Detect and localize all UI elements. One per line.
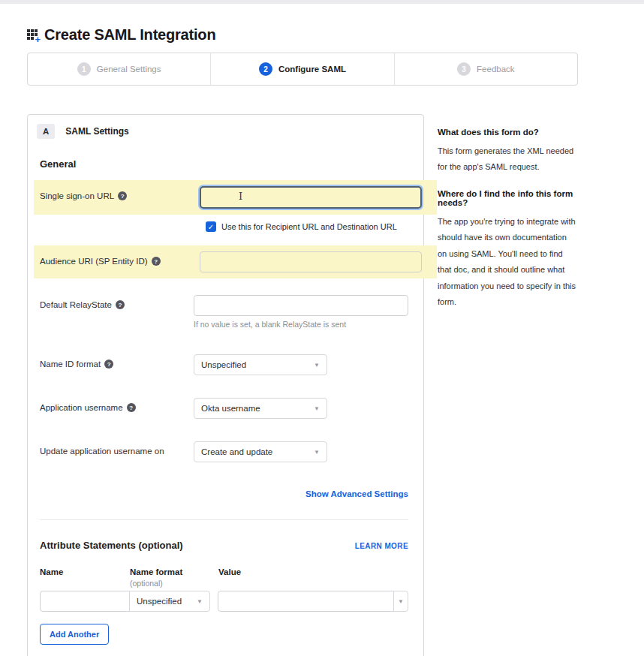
col-value: Value [218,567,408,588]
help-icon[interactable]: ? [118,191,127,200]
relay-state-input[interactable] [194,295,408,316]
help-icon[interactable]: ? [116,300,125,309]
help-icon[interactable]: ? [104,360,113,369]
window-top-strip [0,0,644,4]
attr-value-dropdown-button[interactable]: ▼ [393,591,408,612]
help-question-1: What does this form do? [438,128,578,137]
relay-state-label: Default RelayState ? [40,295,194,309]
name-id-format-select[interactable]: Unspecified ▼ [194,354,327,375]
sso-url-label: Single sign-on URL ? [40,186,200,200]
update-username-row: Update application username on Create an… [28,437,423,467]
application-username-label: Application username ? [40,398,194,412]
attribute-columns: Name Name format (optional) Value [28,567,423,588]
section-a-badge: A [37,124,55,139]
audience-uri-label: Audience URI (SP Entity ID) ? [40,251,200,266]
help-icon[interactable]: ? [127,403,136,412]
attr-value-input[interactable] [218,591,394,612]
app-grid-add-icon: + [27,29,41,42]
col-name-format: Name format (optional) [130,567,218,588]
sso-url-row: Single sign-on URL ? I [34,180,437,215]
panel-title: SAML Settings [65,126,128,137]
page-header: + Create SAML Integration [27,26,578,44]
attribute-statements-heading: Attribute Statements (optional) [40,540,183,551]
chevron-down-icon: ▼ [314,449,320,456]
attr-name-input[interactable] [40,591,130,612]
relay-state-hint: If no value is set, a blank RelayState i… [194,320,408,329]
chevron-down-icon: ▼ [398,598,404,605]
step-2-badge: 2 [259,62,272,76]
help-answer-1: This form generates the XML needed for t… [438,143,578,176]
checkbox-checked-icon[interactable]: ✓ [206,221,216,232]
add-another-button[interactable]: Add Another [40,624,109,645]
help-answer-2: The app you're trying to integrate with … [438,214,578,311]
saml-settings-panel: A SAML Settings General Single sign-on U… [27,114,424,656]
step-3-badge: 3 [457,62,471,76]
help-icon[interactable]: ? [152,257,161,266]
recipient-url-checkbox-row: ✓ Use this for Recipient URL and Destina… [28,215,423,233]
sso-url-input[interactable] [200,186,422,209]
step-3-label: Feedback [477,65,515,74]
application-username-row: Application username ? Okta username ▼ [28,393,423,423]
step-feedback[interactable]: 3 Feedback [394,53,577,85]
panel-header: A SAML Settings [28,122,423,139]
attr-name-format-select[interactable]: Unspecified ▼ [129,591,210,612]
chevron-down-icon: ▼ [314,405,320,412]
show-advanced-settings-link[interactable]: Show Advanced Settings [305,489,408,498]
audience-uri-row: Audience URI (SP Entity ID) ? [34,245,437,278]
page: + Create SAML Integration 1 General Sett… [27,26,578,656]
attribute-row: Unspecified ▼ ▼ [28,591,423,612]
update-username-label: Update application username on [40,441,194,456]
help-question-2: Where do I find the info this form needs… [438,189,578,207]
chevron-down-icon: ▼ [197,598,203,605]
recipient-url-checkbox-label: Use this for Recipient URL and Destinati… [221,222,397,231]
col-name: Name [40,567,130,588]
update-username-select[interactable]: Create and update ▼ [194,441,327,462]
name-id-format-row: Name ID format ? Unspecified ▼ [28,350,423,380]
application-username-select[interactable]: Okta username ▼ [194,398,327,419]
chevron-down-icon: ▼ [314,362,320,369]
section-divider [40,519,408,520]
step-configure-saml[interactable]: 2 Configure SAML [210,53,393,85]
learn-more-link[interactable]: LEARN MORE [355,542,408,550]
help-sidebar: What does this form do? This form genera… [438,114,578,324]
step-wizard: 1 General Settings 2 Configure SAML 3 Fe… [27,53,578,86]
general-heading: General [28,158,423,170]
step-1-label: General Settings [97,65,161,74]
relay-state-row: Default RelayState ? If no value is set,… [28,290,423,333]
step-general-settings[interactable]: 1 General Settings [28,53,210,85]
name-id-format-label: Name ID format ? [40,354,194,369]
step-2-label: Configure SAML [278,65,346,74]
audience-uri-input[interactable] [200,251,422,272]
step-1-badge: 1 [77,62,91,76]
col-optional-note: (optional) [130,579,218,588]
page-title: Create SAML Integration [44,26,215,44]
